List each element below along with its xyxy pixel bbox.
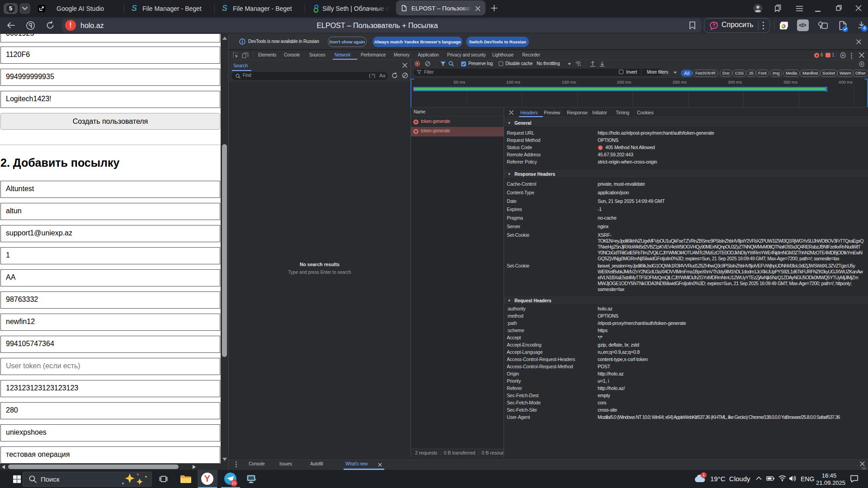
svg-text:?: ? (712, 23, 715, 28)
